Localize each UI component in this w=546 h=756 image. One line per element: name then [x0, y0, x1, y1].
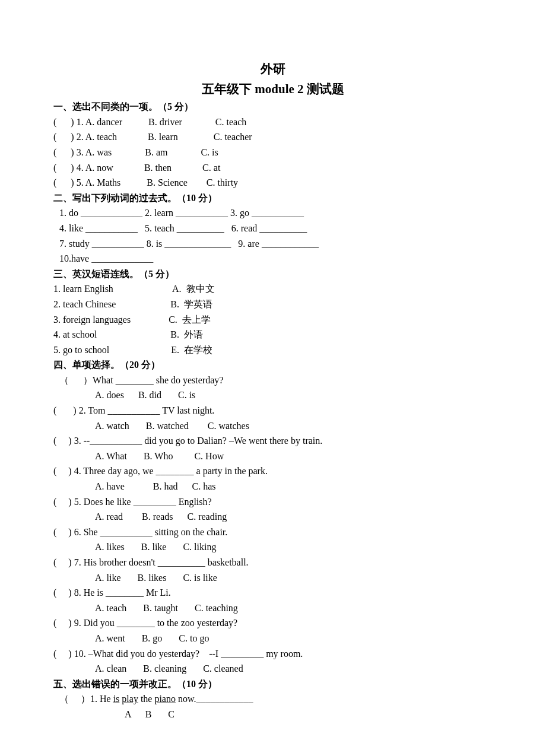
sec4-c10: A. clean B. cleaning C. cleaned [53, 661, 493, 676]
sec4-c8: A. teach B. taught C. teaching [53, 601, 493, 616]
sec1-q5: ( ) 5. A. Maths B. Science C. thirty [53, 175, 493, 190]
sec4-q5: ( ) 5. Does he like _________ English? [53, 494, 493, 510]
sec4-c2: A. watch B. watched C. watches [53, 418, 493, 434]
sec3-line-1: 1. learn English A. 教中文 [53, 281, 493, 297]
sec4-c6: A. likes B. like C. liking [53, 539, 493, 555]
sec4-q6: ( ) 6. She ___________ sitting on the ch… [53, 525, 493, 540]
section-3-heading: 三、英汉短语连线。（5 分） [53, 266, 493, 282]
sec2-line-4: 10.have _____________ [53, 251, 493, 266]
sec1-q4: ( ) 4. A. now B. then C. at [53, 160, 493, 176]
section-4-heading: 四、单项选择。（20 分） [53, 357, 493, 373]
sec4-q1: （ ）What ________ she do yesterday? [53, 373, 493, 388]
sec4-c5: A. read B. reads C. reading [53, 509, 493, 525]
sec5-q1-post: now.____________ [176, 694, 253, 704]
sec5-q1-u1: is [113, 694, 120, 704]
sec4-c1: A. does B. did C. is [53, 387, 493, 403]
sec4-c9: A. went B. go C. to go [53, 631, 493, 646]
sec4-q4: ( ) 4. Three day ago, we ________ a part… [53, 463, 493, 479]
sec5-q1-u2: play [122, 694, 138, 704]
sec4-c7: A. like B. likes C. is like [53, 570, 493, 586]
sec3-line-5: 5. go to school E. 在学校 [53, 342, 493, 358]
sec2-line-1: 1. do _____________ 2. learn ___________… [53, 205, 493, 221]
section-5-heading: 五、选出错误的一项并改正。（10 分） [53, 676, 493, 692]
sec4-c4: A. have B. had C. has [53, 479, 493, 494]
sec1-q2: ( ) 2. A. teach B. learn C. teacher [53, 129, 493, 145]
title-line-2: 五年级下 module 2 测试题 [53, 80, 493, 100]
title-line-1: 外研 [53, 59, 493, 80]
sec3-line-2: 2. teach Chinese B. 学英语 [53, 297, 493, 312]
sec5-q1: （ ）1. He is play the piano now._________… [53, 691, 493, 707]
sec3-line-3: 3. foreign languages C. 去上学 [53, 312, 493, 328]
sec2-line-3: 7. study ___________ 8. is _____________… [53, 236, 493, 252]
sec4-q9: ( ) 9. Did you ________ to the zoo yeste… [53, 615, 493, 631]
sec5-q1-u3: piano [154, 694, 176, 704]
sec4-q3: ( ) 3. --___________ did you go to Dalia… [53, 433, 493, 449]
section-2-heading: 二、写出下列动词的过去式。（10 分） [53, 190, 493, 206]
sec4-q2: ( ) 2. Tom ___________ TV last night. [53, 403, 493, 418]
sec1-q1: ( ) 1. A. dancer B. driver C. teach [53, 115, 493, 130]
sec4-c3: A. What B. Who C. How [53, 449, 493, 464]
sec5-q1-mid2: the [138, 694, 155, 704]
sec3-line-4: 4. at school B. 外语 [53, 327, 493, 342]
section-1-heading: 一、选出不同类的一项。（5 分） [53, 99, 493, 115]
sec5-labels: A B C [53, 707, 493, 722]
sec4-q7: ( ) 7. His brother doesn't __________ ba… [53, 555, 493, 570]
sec5-q1-pre: （ ）1. He [59, 694, 113, 704]
sec1-q3: ( ) 3. A. was B. am C. is [53, 145, 493, 160]
sec4-q8: ( ) 8. He is ________ Mr Li. [53, 585, 493, 601]
sec2-line-2: 4. like ___________ 5. teach __________ … [53, 221, 493, 236]
sec4-q10: ( ) 10. –What did you do yesterday? --I … [53, 646, 493, 662]
